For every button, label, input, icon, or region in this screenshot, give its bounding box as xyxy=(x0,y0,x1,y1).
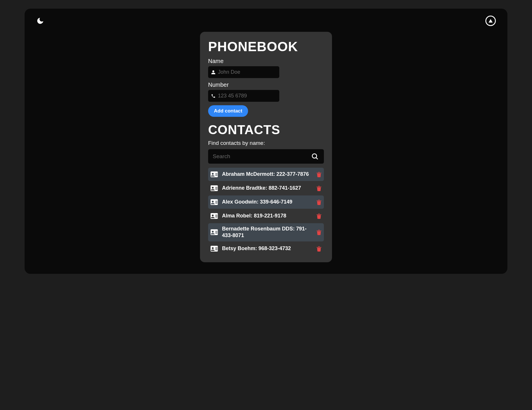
delete-contact-button[interactable] xyxy=(316,213,322,219)
contacts-title: CONTACTS xyxy=(208,123,324,137)
contact-row: Alex Goodwin: 339-646-7149 xyxy=(208,195,324,209)
contact-text: Abraham McDermott: 222-377-7876 xyxy=(222,171,312,178)
user-icon xyxy=(211,70,216,75)
svg-marker-0 xyxy=(489,19,493,23)
number-input[interactable] xyxy=(208,90,279,102)
svg-line-2 xyxy=(316,158,318,159)
number-input-wrap xyxy=(208,90,279,102)
contact-row: Adrienne Bradtke: 882-741-1627 xyxy=(208,182,324,195)
contact-card-icon xyxy=(210,184,219,193)
app-container: PHONEBOOK Name Number Add contact CONTAC… xyxy=(25,9,507,274)
name-input[interactable] xyxy=(208,66,279,78)
contact-row: Betsy Boehm: 968-323-4732 xyxy=(208,242,324,255)
search-label: Find contacts by name: xyxy=(208,140,324,146)
delete-contact-button[interactable] xyxy=(316,229,322,235)
contact-card-icon xyxy=(210,170,219,179)
search-icon xyxy=(311,153,319,160)
svg-point-1 xyxy=(312,154,317,158)
contact-card-icon xyxy=(210,244,219,253)
contact-text: Bernadette Rosenbaum DDS: 791-433-8071 xyxy=(222,226,312,239)
delete-contact-button[interactable] xyxy=(316,171,322,178)
contact-row: Bernadette Rosenbaum DDS: 791-433-8071 xyxy=(208,223,324,241)
contact-text: Betsy Boehm: 968-323-4732 xyxy=(222,245,312,252)
triangle-up-icon xyxy=(488,19,493,23)
contact-text: Alma Robel: 819-221-9178 xyxy=(222,213,312,219)
delete-contact-button[interactable] xyxy=(316,199,322,205)
search-input[interactable] xyxy=(208,149,324,164)
contact-text: Adrienne Bradtke: 882-741-1627 xyxy=(222,185,312,191)
phonebook-panel: PHONEBOOK Name Number Add contact CONTAC… xyxy=(200,32,332,262)
contact-card-icon xyxy=(210,212,219,220)
add-contact-button[interactable]: Add contact xyxy=(208,105,248,117)
contact-row: Abraham McDermott: 222-377-7876 xyxy=(208,168,324,181)
theme-toggle-button[interactable] xyxy=(36,17,44,26)
name-input-wrap xyxy=(208,66,279,78)
contact-card-icon xyxy=(210,198,219,206)
delete-contact-button[interactable] xyxy=(316,185,322,191)
number-label: Number xyxy=(208,82,324,88)
moon-icon xyxy=(36,21,44,26)
contact-card-icon xyxy=(210,228,219,237)
name-label: Name xyxy=(208,58,324,64)
delete-contact-button[interactable] xyxy=(316,245,322,252)
contact-list: Abraham McDermott: 222-377-7876Adrienne … xyxy=(208,168,324,255)
phone-icon xyxy=(211,94,216,98)
search-wrap xyxy=(208,149,324,164)
collapse-toggle-button[interactable] xyxy=(485,16,496,26)
contact-row: Alma Robel: 819-221-9178 xyxy=(208,209,324,223)
phonebook-title: PHONEBOOK xyxy=(208,39,324,54)
contact-text: Alex Goodwin: 339-646-7149 xyxy=(222,199,312,205)
